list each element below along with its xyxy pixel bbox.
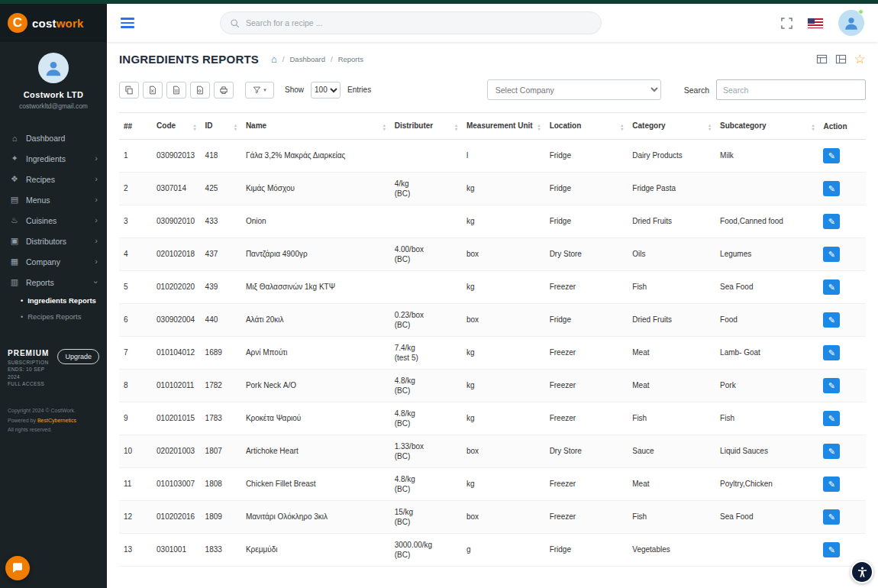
language-flag-button[interactable] [808, 18, 823, 28]
sidebar-item-ingredients[interactable]: ✦ Ingredients › [0, 148, 107, 169]
sidebar-item-menus[interactable]: ▤ Menus › [0, 189, 107, 210]
edit-button[interactable]: ✎ [823, 247, 840, 262]
fullscreen-button[interactable] [781, 18, 792, 29]
company-select[interactable]: Select Company [487, 79, 661, 100]
cell-location: Dry Store [545, 435, 628, 468]
edit-button[interactable]: ✎ [823, 542, 840, 557]
entries-select[interactable]: 100 [311, 82, 341, 99]
edit-button[interactable]: ✎ [823, 509, 840, 525]
cell-id: 1783 [201, 402, 241, 435]
menu-book-icon: ▤ [9, 195, 20, 205]
column-header-category[interactable]: ▴▾Category [628, 113, 715, 140]
column-header-subcategory[interactable]: ▴▾Subcategory [715, 113, 818, 140]
accessibility-button[interactable] [851, 561, 873, 583]
report-icon: ▥ [9, 277, 20, 287]
sort-icon[interactable]: ▴▾ [194, 124, 196, 131]
export-excel-button[interactable] [143, 82, 163, 99]
edit-button[interactable]: ✎ [823, 312, 840, 328]
sidebar-subitem-ingredients-reports[interactable]: • Ingredients Reports [0, 292, 107, 309]
filter-button[interactable]: ▾ [245, 82, 274, 99]
brand-link[interactable]: BestCybernetics [37, 418, 76, 423]
sort-icon[interactable]: ▴▾ [812, 124, 814, 131]
sort-icon[interactable]: ▴▾ [621, 124, 623, 131]
edit-button[interactable]: ✎ [823, 444, 840, 459]
column-header-id[interactable]: ▴▾ID [201, 113, 241, 140]
company-avatar[interactable] [38, 53, 69, 83]
building-icon: ▦ [9, 257, 20, 267]
cell-distributer: 4.8/kg (BC) [390, 468, 462, 501]
sort-icon[interactable]: ▴▾ [383, 124, 386, 131]
recipe-search-input[interactable] [246, 18, 592, 27]
sort-icon[interactable]: ▴▾ [234, 124, 237, 131]
person-icon [44, 58, 63, 78]
powered-by-text: Powered by [8, 418, 37, 423]
cell-code: 0301001 [152, 534, 201, 567]
cell-action: ✎ [818, 271, 866, 304]
edit-button[interactable]: ✎ [823, 181, 840, 196]
premium-line: FULL ACCESS [8, 381, 49, 386]
sort-icon[interactable]: ▴▾ [455, 124, 457, 131]
table-body: 1030902013418Γάλα 3,2% Μακράς Διαρκείαςl… [119, 140, 866, 567]
column-label: Measurement Unit [466, 121, 533, 130]
chevron-right-icon: › [92, 281, 101, 284]
app-logo[interactable]: C costwork [0, 4, 107, 42]
sidebar-item-label: Dashboard [26, 134, 65, 143]
favorite-star-button[interactable]: ☆ [854, 53, 866, 66]
export-csv-button[interactable] [166, 82, 186, 99]
column-label: Subcategory [720, 121, 767, 130]
cell-num: 3 [119, 205, 152, 238]
column-header-location[interactable]: ▴▾Location [545, 113, 628, 140]
cell-id: 418 [201, 140, 241, 173]
sidebar-item-distributors[interactable]: ▣ Distributors › [0, 231, 107, 251]
sort-icon[interactable]: ▴▾ [538, 124, 541, 131]
column-header-name[interactable]: ▴▾Name [241, 113, 390, 140]
cell-id: 1782 [201, 370, 241, 402]
home-icon[interactable]: ⌂ [271, 54, 277, 64]
column-header-code[interactable]: ▴▾Code [152, 113, 201, 140]
cell-id: 1809 [201, 501, 241, 534]
table-search-input[interactable] [716, 79, 866, 100]
chat-bubble-button[interactable] [5, 556, 30, 580]
edit-button[interactable]: ✎ [823, 345, 840, 360]
cell-subcategory [715, 534, 818, 567]
edit-button[interactable]: ✎ [823, 411, 840, 426]
breadcrumb-reports[interactable]: Reports [338, 55, 363, 63]
export-pdf-button[interactable] [190, 82, 210, 99]
column-header-distributer[interactable]: ▴▾Distributer [390, 113, 462, 140]
cell-code: 010102011 [152, 370, 201, 402]
top-strip [0, 0, 878, 4]
column-header-unit[interactable]: ▴▾Measurement Unit [462, 113, 545, 140]
cell-num: 6 [119, 304, 152, 337]
edit-button[interactable]: ✎ [823, 214, 840, 229]
user-avatar[interactable] [838, 10, 864, 36]
sidebar-item-cuisines[interactable]: ♨ Cuisines › [0, 210, 107, 231]
main-area: INGREDIENTS REPORTS ⌂ / Dashboard / Repo… [107, 0, 878, 588]
print-button[interactable] [214, 82, 234, 99]
sidebar-item-dashboard[interactable]: ⌂ Dashboard › [0, 128, 107, 148]
table-view-button[interactable] [816, 53, 828, 65]
breadcrumb-dashboard[interactable]: Dashboard [290, 55, 325, 63]
cell-code: 020102018 [152, 238, 201, 271]
edit-button[interactable]: ✎ [823, 148, 840, 163]
edit-button[interactable]: ✎ [823, 477, 840, 492]
grid-view-button[interactable] [835, 53, 847, 65]
cell-subcategory: Poyltry,Chicken [715, 468, 818, 501]
sidebar-item-recipes[interactable]: ❖ Recipes › [0, 169, 107, 189]
cell-location: Fridge [545, 534, 628, 567]
cell-name: Κροκέτα Ψαριού [241, 402, 390, 435]
ingredients-icon: ✦ [9, 153, 20, 163]
sidebar-toggle-button[interactable] [121, 15, 134, 30]
table-row: 100202010031807Artichoke Heart1.33/box (… [119, 435, 866, 468]
sidebar-subitem-recipes-reports[interactable]: • Recipes Reports [0, 309, 107, 325]
upgrade-button[interactable]: Upgrade [57, 349, 99, 364]
sidebar-item-company[interactable]: ▦ Company › [0, 251, 107, 272]
edit-button[interactable]: ✎ [823, 279, 840, 295]
ingredients-table-wrap: ##▴▾Code▴▾ID▴▾Name▴▾Distributer▴▾Measure… [119, 112, 866, 567]
cell-category: Fish [628, 271, 715, 304]
edit-button[interactable]: ✎ [823, 378, 840, 393]
cell-distributer: 4.00/box (BC) [390, 238, 462, 271]
export-copy-button[interactable] [119, 82, 139, 99]
sidebar-item-reports[interactable]: ▥ Reports › [0, 272, 107, 292]
table-header-row: ##▴▾Code▴▾ID▴▾Name▴▾Distributer▴▾Measure… [119, 113, 866, 140]
sort-icon[interactable]: ▴▾ [709, 124, 711, 131]
